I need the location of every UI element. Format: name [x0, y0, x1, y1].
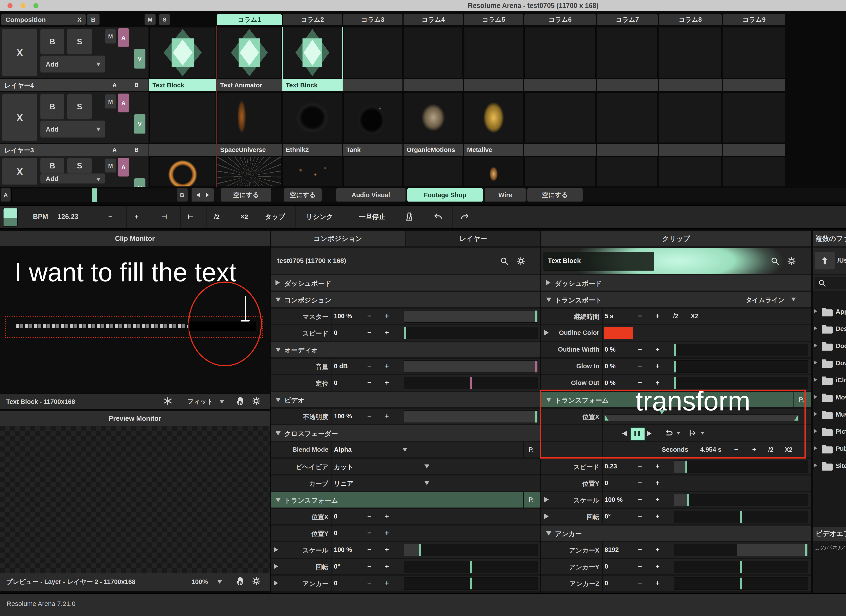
clip-label[interactable] [464, 79, 523, 91]
monitor-settings-gear-icon[interactable] [252, 396, 261, 407]
collapse-icon[interactable] [546, 531, 551, 535]
bpm-half-button[interactable]: /2 [207, 206, 227, 228]
slider-handle[interactable] [470, 561, 472, 573]
track-playhead-marker[interactable] [659, 409, 665, 414]
dropdown-arrow-icon[interactable] [424, 465, 429, 468]
layer-bypass-button[interactable]: B [40, 158, 64, 173]
param-increase-button[interactable]: + [655, 562, 659, 570]
param-decrease-button[interactable]: − [638, 379, 642, 387]
layer-blend-dropdown[interactable]: Add [40, 56, 105, 73]
column-header-3[interactable]: コラム3 [343, 14, 402, 25]
composition-close-button[interactable]: X [73, 14, 86, 25]
param-increase-button[interactable]: + [385, 329, 389, 337]
beat-snap-buttons[interactable] [192, 188, 214, 202]
slider-handle[interactable] [674, 361, 676, 373]
track-start-marker[interactable] [605, 414, 608, 421]
param-increase-button[interactable]: + [385, 379, 389, 387]
bpm-decrease-button[interactable]: − [100, 206, 120, 228]
preview-zoom-dropdown[interactable]: 100% [192, 578, 208, 585]
fit-dropdown[interactable]: フィット [187, 397, 213, 406]
clip-label[interactable]: Text Animator [217, 79, 282, 91]
undo-icon[interactable] [426, 206, 450, 228]
layer-clear-button[interactable]: X [2, 29, 37, 76]
param-decrease-button[interactable]: − [367, 412, 371, 420]
param-slider[interactable] [404, 561, 538, 573]
dropdown-arrow-icon[interactable] [424, 481, 429, 485]
clip-cell[interactable] [524, 27, 596, 78]
folder-row-Mov[interactable]: Mov [813, 390, 846, 406]
bpm-double-button[interactable]: ×2 [234, 206, 254, 228]
param-decrease-button[interactable]: − [367, 379, 371, 387]
minimize-window-button[interactable] [21, 3, 25, 8]
collapse-icon[interactable] [546, 398, 551, 402]
param-value[interactable]: 0 [334, 513, 338, 520]
slider-handle[interactable] [687, 494, 689, 506]
param-value[interactable]: Alpha [334, 446, 352, 453]
layer-audio-button[interactable]: A [118, 158, 129, 177]
clip-cell[interactable] [597, 27, 658, 78]
play-direction-button[interactable] [688, 428, 699, 439]
param-value[interactable]: 0 [605, 579, 608, 587]
clip-label[interactable] [524, 79, 596, 91]
param-animation-button[interactable]: P. [799, 396, 804, 403]
clip-label[interactable]: SpaceUniverse [217, 144, 282, 156]
clip-label[interactable]: Tank [343, 144, 402, 156]
column-header-1[interactable]: コラム1 [217, 14, 282, 25]
layer-blend-dropdown[interactable]: Add [40, 120, 105, 138]
slider-handle[interactable] [535, 311, 538, 323]
param-slider[interactable] [674, 360, 808, 373]
slider-handle[interactable] [470, 377, 472, 389]
outline-color-swatch[interactable] [604, 327, 633, 339]
param-decrease-button[interactable]: − [638, 345, 642, 353]
clip-cell[interactable] [464, 27, 523, 78]
clip-label[interactable]: Ethnik2 [283, 144, 342, 156]
layer-clear-button[interactable]: X [2, 158, 37, 185]
metronome-icon[interactable] [397, 206, 422, 228]
param-increase-button[interactable]: + [655, 479, 659, 487]
param-decrease-button[interactable]: − [367, 329, 371, 337]
clip-cell[interactable] [464, 92, 523, 143]
play-backward-icon[interactable] [622, 431, 627, 436]
clip-label[interactable] [597, 144, 658, 156]
position-x-timeline-track[interactable] [605, 414, 799, 421]
clip-label[interactable] [343, 79, 402, 91]
bpm-value[interactable]: 126.23 [57, 213, 78, 221]
clip-cell[interactable] [659, 27, 722, 78]
resync-button[interactable]: リシンク [295, 206, 343, 228]
composition-master-button[interactable]: M [145, 14, 156, 25]
param-value[interactable]: 0° [334, 563, 340, 570]
param-value[interactable]: 100 % [334, 312, 352, 320]
param-slider[interactable] [404, 360, 538, 373]
column-header-2[interactable]: コラム2 [283, 14, 342, 25]
folder-expand-icon[interactable] [814, 412, 817, 416]
bpm-increase-button[interactable]: + [126, 206, 147, 228]
param-value[interactable]: カット [334, 463, 354, 471]
seconds-half-button[interactable]: /2 [768, 446, 774, 453]
composition-solo-button[interactable]: S [159, 14, 170, 25]
preview-zoom-arrow-icon[interactable] [217, 580, 222, 584]
folder-row-Pub[interactable]: Pub [813, 441, 846, 457]
files-search-input[interactable] [815, 277, 846, 289]
clip-cell[interactable] [597, 156, 658, 187]
column-header-5[interactable]: コラム5 [464, 14, 523, 25]
param-decrease-button[interactable]: − [367, 512, 371, 520]
loop-mode-arrow-icon[interactable] [677, 432, 680, 435]
nudge-up-button[interactable]: ⊢ [180, 206, 200, 228]
folder-row-App[interactable]: App [813, 304, 846, 320]
folder-row-Pict[interactable]: Pict [813, 424, 846, 440]
param-increase-button[interactable]: + [385, 529, 389, 537]
param-decrease-button[interactable]: − [638, 562, 642, 570]
column-header-8[interactable]: コラム8 [659, 14, 722, 25]
param-value[interactable]: 0 [605, 563, 608, 570]
param-increase-button[interactable]: + [385, 546, 389, 554]
folder-expand-icon[interactable] [814, 326, 817, 330]
redo-icon[interactable] [452, 206, 477, 228]
param-decrease-button[interactable]: − [638, 312, 642, 320]
layer-blend-dropdown[interactable]: Add [40, 173, 105, 184]
param-decrease-button[interactable]: − [638, 546, 642, 554]
layer-solo-button[interactable]: S [67, 94, 92, 119]
param-increase-button[interactable]: + [655, 362, 659, 370]
param-slider[interactable] [404, 544, 538, 556]
expand-icon[interactable] [546, 280, 551, 285]
clip-cell[interactable] [217, 27, 282, 78]
